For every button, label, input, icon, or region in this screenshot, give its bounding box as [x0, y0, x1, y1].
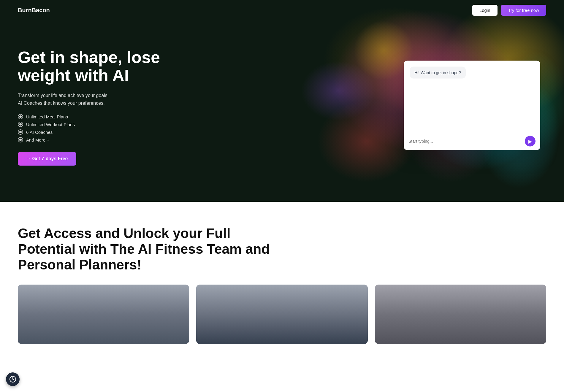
chat-messages: Hi! Want to get in shape? — [404, 61, 540, 132]
list-item: Unlimited Workout Plans — [18, 122, 160, 127]
feature-label: Unlimited Workout Plans — [26, 122, 75, 127]
chat-input[interactable] — [408, 139, 522, 144]
bullet-icon — [18, 114, 23, 119]
login-button[interactable]: Login — [472, 5, 498, 16]
hero-subtitle: Transform your life and achieve your goa… — [18, 92, 160, 107]
nav-buttons: Login Try for free now — [472, 5, 546, 16]
unlock-section: Get Access and Unlock your Full Potentia… — [0, 202, 564, 356]
coach-card-inner-3 — [375, 285, 546, 344]
list-item: 6 AI Coaches — [18, 129, 160, 135]
chat-widget: Hi! Want to get in shape? ▶ — [404, 61, 540, 150]
coach-card-3 — [375, 285, 546, 344]
bullet-icon — [18, 129, 23, 135]
hero-title: Get in shape, lose weight with AI — [18, 48, 160, 85]
try-free-button[interactable]: Try for free now — [501, 5, 546, 16]
send-icon: ▶ — [528, 138, 532, 144]
coach-cards-row — [18, 285, 546, 344]
bullet-icon — [18, 137, 23, 142]
feature-label: Unlimited Meal Plans — [26, 114, 68, 119]
hero-section: Get in shape, lose weight with AI Transf… — [0, 0, 564, 202]
bullet-icon — [18, 122, 23, 127]
logo-part1: Burn — [18, 7, 32, 13]
hero-subtitle-line2: AI Coaches that knows your preferences. — [18, 101, 105, 106]
unlock-title: Get Access and Unlock your Full Potentia… — [18, 226, 285, 273]
list-item: And More + — [18, 137, 160, 142]
logo-part2: Bacon — [32, 7, 50, 13]
cta-button[interactable]: → Get 7-days Free — [18, 152, 76, 166]
list-item: Unlimited Meal Plans — [18, 114, 160, 119]
navbar: BurnBacon Login Try for free now — [0, 0, 564, 20]
feature-label: And More + — [26, 137, 49, 142]
chat-input-area: ▶ — [404, 132, 540, 150]
hero-subtitle-line1: Transform your life and achieve your goa… — [18, 93, 109, 98]
chat-bubble: Hi! Want to get in shape? — [410, 67, 466, 79]
coach-card-2 — [196, 285, 367, 344]
coach-card-1 — [18, 285, 189, 344]
feature-label: 6 AI Coaches — [26, 130, 53, 135]
hero-content: Get in shape, lose weight with AI Transf… — [0, 48, 178, 166]
coach-card-inner-2 — [196, 285, 367, 344]
chat-send-button[interactable]: ▶ — [525, 136, 536, 147]
feature-list: Unlimited Meal Plans Unlimited Workout P… — [18, 114, 160, 142]
coach-card-inner-1 — [18, 285, 189, 344]
brand-logo[interactable]: BurnBacon — [18, 7, 50, 14]
